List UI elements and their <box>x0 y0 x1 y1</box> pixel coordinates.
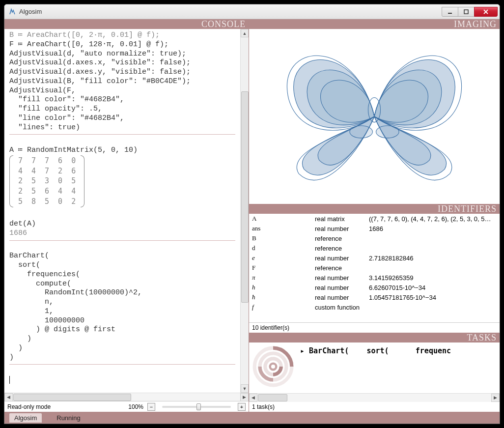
close-button[interactable] <box>474 7 498 17</box>
console-header-label: CONSOLE <box>201 20 246 29</box>
readonly-label: Read-only mode <box>7 403 51 410</box>
zoom-slider[interactable] <box>162 406 231 408</box>
tasks-header-label: TASKS <box>467 333 497 342</box>
maximize-button[interactable] <box>458 7 475 17</box>
identifier-row[interactable]: ansreal number1686 <box>249 224 500 233</box>
console-statusbar: Read-only mode 100% − + <box>4 401 249 412</box>
identifiers-header-label: IDENTIFIERS <box>438 204 497 213</box>
identifier-row[interactable]: fcustom function <box>249 302 500 312</box>
zoom-in-button[interactable]: + <box>238 403 246 411</box>
identifier-row[interactable]: πreal number3.14159265359 <box>249 273 500 283</box>
tasks-panel: ▸ BarChart( sort( frequenc ◀ ▶ <box>249 342 500 401</box>
window-title: Algosim <box>19 8 442 15</box>
app-icon <box>8 8 16 16</box>
svg-rect-0 <box>448 13 452 14</box>
identifier-row[interactable]: Areal matrix((7, 7, 7, 6, 0), (4, 4, 7, … <box>249 214 500 224</box>
imaging-header-label: IMAGING <box>454 20 497 29</box>
tab-algosim[interactable]: Algosim <box>9 413 42 423</box>
identifier-row[interactable]: Freference <box>249 263 500 273</box>
zoom-label: 100% <box>128 403 143 410</box>
matrix-output: 77760 44726 25305 25644 58502 <box>9 155 84 207</box>
identifiers-table[interactable]: Areal matrix((7, 7, 7, 6, 0), (4, 4, 7, … <box>249 214 500 312</box>
text-caret <box>9 376 10 384</box>
identifier-row[interactable]: ħreal number1.05457181765⋅10^−34 <box>249 292 500 302</box>
task-current-label: ▸ BarChart( sort( frequenc <box>300 344 451 355</box>
window-controls <box>442 7 498 17</box>
butterfly-plot <box>271 33 477 200</box>
imaging-header: IMAGING <box>249 19 500 29</box>
identifiers-panel[interactable]: Areal matrix((7, 7, 7, 6, 0), (4, 4, 7, … <box>249 214 500 322</box>
console-header: CONSOLE <box>4 19 249 29</box>
console-vscroll[interactable]: ▲ ▼ <box>240 29 249 393</box>
identifiers-header: IDENTIFIERS <box>249 204 500 214</box>
tasks-hscroll[interactable]: ◀ ▶ <box>249 393 500 401</box>
bottom-tabs: Algosim Running <box>4 412 500 424</box>
svg-point-8 <box>270 364 277 370</box>
svg-rect-1 <box>464 10 468 14</box>
tab-running[interactable]: Running <box>56 414 80 422</box>
console-hscroll[interactable]: ◀ ▶ <box>4 393 249 401</box>
tasks-header: TASKS <box>249 333 500 342</box>
identifier-row[interactable]: hreal number6.62607015⋅10^−34 <box>249 283 500 292</box>
console-editor[interactable]: B ≔ AreaChart([0, 2·π, 0.01] @ f); F ≔ A… <box>4 29 240 393</box>
tasks-count: 1 task(s) <box>249 401 500 412</box>
identifier-row[interactable]: dreference <box>249 243 500 253</box>
console-pane: CONSOLE B ≔ AreaChart([0, 2·π, 0.01] @ f… <box>4 19 249 412</box>
titlebar[interactable]: Algosim <box>4 4 500 19</box>
app-window: Algosim CONSOLE B ≔ AreaChart([0, 2 <box>4 4 500 424</box>
spinner-icon <box>251 344 295 389</box>
zoom-out-button[interactable]: − <box>147 403 155 411</box>
identifier-row[interactable]: ereal number2.71828182846 <box>249 253 500 263</box>
imaging-canvas[interactable] <box>249 29 500 204</box>
identifiers-count: 10 identifier(s) <box>249 322 500 333</box>
identifier-row[interactable]: Breference <box>249 233 500 243</box>
minimize-button[interactable] <box>442 7 458 17</box>
right-pane: IMAGING <box>249 19 500 412</box>
